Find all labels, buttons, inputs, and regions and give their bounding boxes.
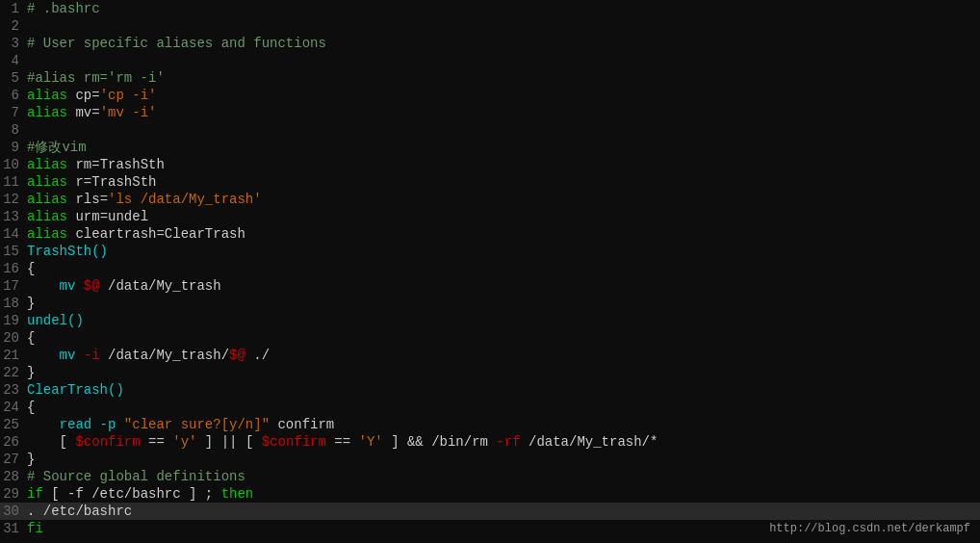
code-line: 25 read -p "clear sure?[y/n]" confirm: [0, 416, 980, 433]
line-content: undel(): [27, 312, 980, 329]
line-number: 20: [0, 329, 27, 347]
code-token: then: [221, 486, 254, 502]
line-number: 31: [0, 520, 27, 537]
line-number: 5: [0, 69, 27, 87]
code-token: $@: [229, 348, 245, 363]
code-line: 21 mv -i /data/My_trash/$@ ./: [0, 347, 980, 364]
code-token: [ -f /etc/bashrc ] ;: [43, 486, 221, 502]
line-content: alias rm=TrashSth: [27, 156, 980, 173]
code-token: ] || [: [196, 434, 261, 450]
line-content: #修改vim: [27, 139, 980, 156]
code-line: 24{: [0, 399, 980, 416]
code-line: 9#修改vim: [0, 139, 980, 156]
line-content: read -p "clear sure?[y/n]" confirm: [27, 416, 980, 433]
code-token: #修改vim: [27, 140, 87, 155]
code-token: mv: [27, 348, 84, 363]
code-line: 28# Source global definitions: [0, 468, 980, 485]
code-line: 8: [0, 121, 980, 139]
code-token: 'ls /data/My_trash': [108, 192, 262, 207]
code-token: cleartrash=ClearTrash: [75, 226, 245, 242]
line-content: [ $confirm == 'y' ] || [ $confirm == 'Y'…: [27, 433, 980, 451]
line-number: 16: [0, 260, 27, 277]
code-line: 22}: [0, 364, 980, 381]
line-number: 18: [0, 295, 27, 312]
code-token: alias: [27, 157, 75, 172]
watermark: http://blog.csdn.net/derkampf: [769, 522, 970, 535]
line-number: 8: [0, 121, 27, 139]
line-number: 10: [0, 156, 27, 173]
code-editor: 1# .bashrc2 3# User specific aliases and…: [0, 0, 980, 543]
line-content: [27, 52, 980, 69]
code-token: mv: [27, 278, 84, 294]
code-line: 26 [ $confirm == 'y' ] || [ $confirm == …: [0, 433, 980, 451]
code-token: [: [27, 434, 75, 450]
line-number: 25: [0, 416, 27, 433]
line-content: #alias rm='rm -i': [27, 69, 980, 87]
code-token: confirm: [270, 417, 334, 432]
code-line: 5#alias rm='rm -i': [0, 69, 980, 87]
line-content: [27, 17, 980, 35]
code-token: . /etc/bashrc: [27, 504, 132, 519]
line-content: if [ -f /etc/bashrc ] ; then: [27, 485, 980, 503]
line-content: # Source global definitions: [27, 468, 980, 485]
line-content: {: [27, 399, 980, 416]
code-token: TrashSth(): [27, 244, 108, 259]
code-token: # User specific aliases: [27, 36, 221, 51]
code-token: }: [27, 296, 35, 311]
line-content: alias mv='mv -i': [27, 104, 980, 121]
line-content: }: [27, 451, 980, 468]
code-token: /data/My_trash: [100, 278, 221, 294]
code-line: 23ClearTrash(): [0, 381, 980, 399]
code-token: if: [27, 486, 43, 502]
code-line: 27}: [0, 451, 980, 468]
code-token: rls=: [75, 192, 108, 207]
line-content: TrashSth(): [27, 243, 980, 260]
code-line: 7alias mv='mv -i': [0, 104, 980, 121]
code-token: }: [27, 365, 35, 380]
code-token: ==: [141, 434, 173, 450]
line-number: 30: [0, 503, 27, 520]
code-token: # .bashrc: [27, 1, 100, 16]
line-number: 4: [0, 52, 27, 69]
line-content: [27, 121, 980, 139]
line-number: 1: [0, 0, 27, 17]
code-token: }: [27, 452, 35, 467]
line-number: 28: [0, 468, 27, 485]
code-line: 14alias cleartrash=ClearTrash: [0, 225, 980, 243]
code-line: 3# User specific aliases and functions: [0, 35, 980, 52]
line-number: 23: [0, 381, 27, 399]
code-token: -i: [84, 348, 100, 363]
line-number: 26: [0, 433, 27, 451]
line-number: 24: [0, 399, 27, 416]
code-token: 'Y': [359, 434, 383, 450]
code-token: -rf: [496, 434, 520, 450]
code-token: 'rm -i': [108, 70, 165, 86]
line-content: alias rls='ls /data/My_trash': [27, 191, 980, 208]
code-token: read -p: [27, 417, 124, 432]
code-token: alias: [27, 226, 75, 242]
line-number: 7: [0, 104, 27, 121]
code-line: 12alias rls='ls /data/My_trash': [0, 191, 980, 208]
code-token: alias: [27, 174, 75, 190]
code-line: 20{: [0, 329, 980, 347]
code-line: 18}: [0, 295, 980, 312]
code-token: undel(): [27, 313, 84, 328]
line-content: ClearTrash(): [27, 381, 980, 399]
line-content: # User specific aliases and functions: [27, 35, 980, 52]
code-token: cp=: [75, 88, 99, 103]
code-token: /data/My_trash/: [100, 348, 229, 363]
code-token: ] && /bin/rm: [383, 434, 497, 450]
code-token: alias: [27, 88, 75, 103]
line-number: 27: [0, 451, 27, 468]
code-token: alias: [27, 192, 75, 207]
line-content: {: [27, 329, 980, 347]
code-token: fi: [27, 521, 43, 536]
code-token: ClearTrash(): [27, 382, 124, 398]
code-line: 10alias rm=TrashSth: [0, 156, 980, 173]
code-token: 'y': [172, 434, 196, 450]
line-number: 19: [0, 312, 27, 329]
code-line: 16{: [0, 260, 980, 277]
line-number: 11: [0, 173, 27, 191]
code-line: 2: [0, 17, 980, 35]
code-token: rm=TrashSth: [75, 157, 164, 172]
